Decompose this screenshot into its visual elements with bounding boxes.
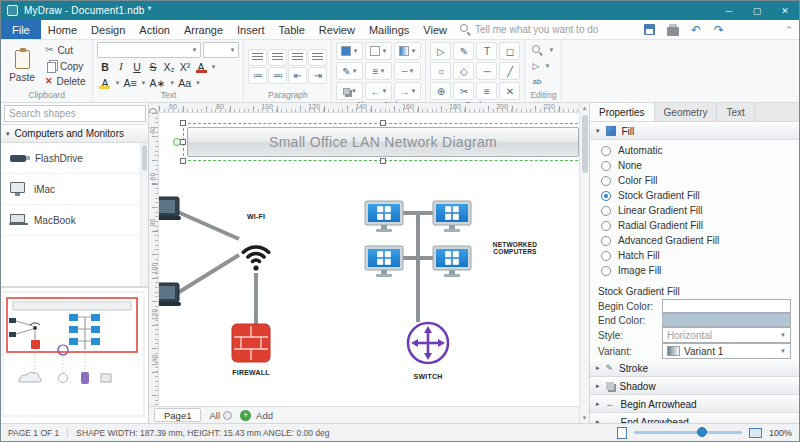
- begin-color-swatch[interactable]: [662, 299, 791, 313]
- text-effects-button[interactable]: A∗: [148, 75, 168, 90]
- chevron-down-icon[interactable]: ▼: [169, 80, 175, 86]
- chevron-down-icon[interactable]: ▼: [114, 80, 120, 86]
- find-button[interactable]: ▼: [529, 43, 557, 58]
- chevron-down-icon[interactable]: ▼: [211, 64, 217, 70]
- print-button[interactable]: [663, 21, 683, 38]
- increase-indent-button[interactable]: ⇥: [308, 67, 327, 84]
- fill-option-image[interactable]: Image Fill: [590, 263, 799, 278]
- replace-button[interactable]: ab: [529, 74, 557, 89]
- shape-section-header[interactable]: ▾ Computers and Monitors: [1, 125, 148, 143]
- zoom-slider[interactable]: [634, 431, 742, 434]
- end-arrowhead-button[interactable]: →▼: [394, 82, 421, 100]
- scrollbar-thumb[interactable]: [582, 115, 588, 173]
- font-family-combo[interactable]: ▼: [97, 42, 201, 58]
- bullet-list-button[interactable]: ≔: [248, 67, 267, 84]
- italic-button[interactable]: I: [113, 59, 128, 74]
- tell-me-input[interactable]: [475, 24, 620, 35]
- decrease-indent-button[interactable]: ⇤: [288, 67, 307, 84]
- add-page-icon[interactable]: +: [240, 410, 251, 421]
- tab-properties[interactable]: Properties: [590, 103, 655, 121]
- menu-view[interactable]: View: [416, 20, 454, 39]
- pen-tool-button[interactable]: ✎: [453, 42, 474, 60]
- fill-option-none[interactable]: None: [590, 158, 799, 173]
- add-page-label[interactable]: Add: [256, 410, 273, 421]
- radio-icon[interactable]: [601, 161, 611, 171]
- justify-button[interactable]: [308, 49, 327, 66]
- dash-style-button[interactable]: ╌▼: [394, 62, 421, 80]
- list-item[interactable]: MacBook: [1, 205, 148, 236]
- menu-arrange[interactable]: Arrange: [177, 20, 230, 39]
- align-center-button[interactable]: [268, 49, 287, 66]
- menu-table[interactable]: Table: [272, 20, 312, 39]
- cut-tool-button[interactable]: ✂: [453, 82, 474, 100]
- radio-icon[interactable]: [601, 251, 611, 261]
- gradient-button[interactable]: ▼: [394, 42, 421, 60]
- fill-option-stock-gradient[interactable]: Stock Gradient Fill: [590, 188, 799, 203]
- selection-handle[interactable]: [380, 158, 386, 164]
- diagram-title-shape[interactable]: Small Office LAN Network Diagram: [187, 127, 579, 157]
- stroke-color-button[interactable]: ▼: [365, 42, 392, 60]
- search-shapes-input[interactable]: [4, 105, 146, 122]
- fill-option-color[interactable]: Color Fill: [590, 173, 799, 188]
- radio-icon[interactable]: [601, 176, 611, 186]
- radio-icon[interactable]: [601, 146, 611, 156]
- connector-tool-button[interactable]: ╱: [499, 62, 520, 80]
- pointer-tool-button[interactable]: ▷: [430, 42, 451, 60]
- rotation-handle[interactable]: [173, 138, 181, 146]
- style-combo[interactable]: Horizontal ▼: [662, 327, 791, 343]
- redo-button[interactable]: ↷: [709, 21, 729, 38]
- erase-tool-button[interactable]: ✕: [499, 82, 520, 100]
- highlight-color-button[interactable]: A: [97, 75, 112, 90]
- scroll-up-icon[interactable]: ▲: [582, 103, 588, 113]
- menu-mailings[interactable]: Mailings: [362, 20, 416, 39]
- superscript-button[interactable]: X²: [178, 59, 193, 74]
- line-tool-button[interactable]: ─: [476, 62, 497, 80]
- shadow-section-header[interactable]: ▸ Shadow: [590, 377, 799, 395]
- pan-zoom-preview[interactable]: [1, 287, 148, 423]
- fill-color-button[interactable]: ▼: [336, 42, 363, 60]
- canvas-scrollbar[interactable]: ▲ ▼: [579, 103, 589, 423]
- char-spacing-button[interactable]: A≡: [121, 75, 138, 90]
- align-right-button[interactable]: [288, 49, 307, 66]
- all-pages-button[interactable]: All: [206, 410, 235, 421]
- line-width-button[interactable]: ≡▼: [365, 62, 392, 80]
- menu-home[interactable]: Home: [41, 20, 84, 39]
- numbered-list-button[interactable]: ≕: [268, 67, 287, 84]
- fill-option-advanced-gradient[interactable]: Advanced Gradient Fill: [590, 233, 799, 248]
- scroll-down-icon[interactable]: ▼: [582, 413, 588, 423]
- ellipse-tool-button[interactable]: ○: [430, 62, 451, 80]
- subscript-button[interactable]: X₂: [161, 59, 176, 74]
- bold-button[interactable]: B: [97, 59, 112, 74]
- diamond-tool-button[interactable]: ◇: [453, 62, 474, 80]
- menu-review[interactable]: Review: [312, 20, 362, 39]
- fill-option-hatch[interactable]: Hatch Fill: [590, 248, 799, 263]
- page-tab[interactable]: Page1: [154, 408, 201, 422]
- fill-option-radial-gradient[interactable]: Radial Gradient Fill: [590, 218, 799, 233]
- radio-icon[interactable]: [601, 221, 611, 231]
- insert-shape-button[interactable]: ⊕: [430, 82, 451, 100]
- underline-button[interactable]: U: [129, 59, 144, 74]
- zoom-slider-handle[interactable]: [697, 427, 707, 437]
- tab-geometry[interactable]: Geometry: [655, 103, 718, 121]
- chevron-down-icon[interactable]: ▼: [141, 80, 147, 86]
- undo-button[interactable]: ↶: [686, 21, 706, 38]
- maximize-icon[interactable]: ▢: [743, 1, 771, 20]
- begin-arrowhead-button[interactable]: ←▼: [365, 82, 392, 100]
- shape-list-scrollbar[interactable]: [140, 143, 148, 286]
- fit-page-icon[interactable]: [617, 427, 627, 439]
- drawing-canvas[interactable]: WI-FI FIREWALL SWITCH NETWORKED COMPUTER…: [159, 113, 579, 406]
- font-size-combo[interactable]: ▼: [203, 42, 239, 58]
- radio-icon[interactable]: [601, 206, 611, 216]
- fill-section-header[interactable]: ▾ Fill: [590, 122, 799, 140]
- radio-icon[interactable]: [601, 266, 611, 276]
- font-color-button[interactable]: A: [194, 59, 209, 74]
- stroke-section-header[interactable]: ▸ ✎ Stroke: [590, 359, 799, 377]
- menu-design[interactable]: Design: [84, 20, 132, 39]
- change-case-button[interactable]: Aa: [176, 75, 193, 90]
- tab-text[interactable]: Text: [717, 103, 754, 121]
- text-tool-button[interactable]: T: [476, 42, 497, 60]
- selection-handle[interactable]: [180, 120, 186, 126]
- fill-option-linear-gradient[interactable]: Linear Gradient Fill: [590, 203, 799, 218]
- selection-handle[interactable]: [180, 158, 186, 164]
- begin-arrowhead-section-header[interactable]: ▸ ← Begin Arrowhead: [590, 395, 799, 413]
